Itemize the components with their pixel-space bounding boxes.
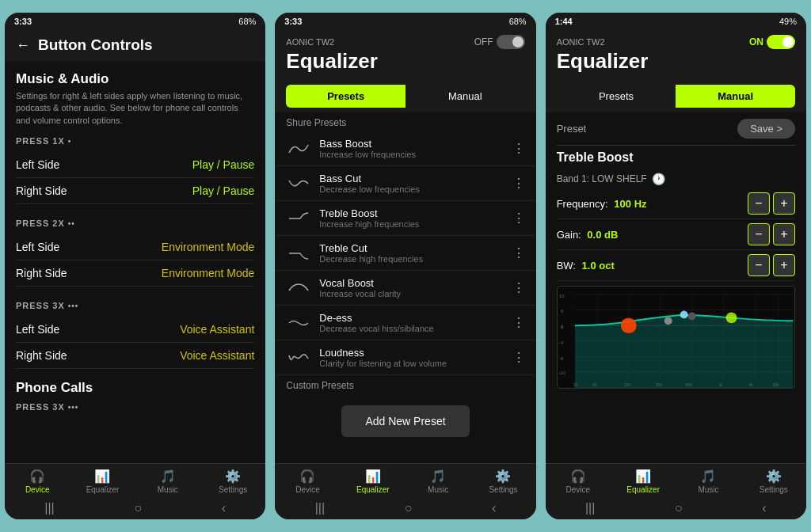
press3x-right-value[interactable]: Voice Assistant xyxy=(180,349,254,362)
nav-settings-1[interactable]: ⚙️ Settings xyxy=(200,469,265,494)
nav-settings-3[interactable]: ⚙️ Settings xyxy=(741,469,806,494)
recent-gesture-2[interactable]: ‹ xyxy=(492,501,496,515)
preset-bass-cut[interactable]: Bass Cut Decrease low frequencies ⋮ xyxy=(275,166,535,201)
nav-settings-2[interactable]: ⚙️ Settings xyxy=(470,469,535,494)
battery-1: 68% xyxy=(238,17,256,26)
svg-point-16 xyxy=(725,312,737,323)
press1x-right-row: Right Side Play / Pause xyxy=(16,178,254,204)
svg-point-17 xyxy=(680,311,687,319)
toggle-on-3[interactable]: ON xyxy=(749,35,795,49)
gain-label: Gain: 0.0 dB xyxy=(557,229,619,241)
home-gesture-2[interactable]: ○ xyxy=(405,501,413,515)
nav-device-3[interactable]: 🎧 Device xyxy=(546,469,611,494)
preset-menu-vocal-boost[interactable]: ⋮ xyxy=(512,280,525,295)
recent-gesture-3[interactable]: ‹ xyxy=(762,501,766,515)
save-button[interactable]: Save > xyxy=(737,119,795,139)
press1x-left-value[interactable]: Play / Pause xyxy=(192,158,255,171)
gain-controls: − + xyxy=(748,223,795,245)
treble-boost-icon xyxy=(286,211,311,226)
status-bar-1: 3:33 68% xyxy=(5,13,265,30)
phone1-header: ← Button Controls xyxy=(5,30,265,62)
tab-manual-2[interactable]: Manual xyxy=(406,85,525,108)
svg-point-15 xyxy=(687,312,695,320)
preset-menu-bass-boost[interactable]: ⋮ xyxy=(512,141,525,156)
frequency-controls: − + xyxy=(748,192,795,215)
home-gesture-3[interactable]: ○ xyxy=(675,501,683,515)
gesture-bar-2: ||| ○ ‹ xyxy=(275,497,535,519)
svg-text:125: 125 xyxy=(623,383,630,387)
preset-menu-de-ess[interactable]: ⋮ xyxy=(512,315,525,330)
nav-device-1[interactable]: 🎧 Device xyxy=(5,469,70,494)
time-3: 1:44 xyxy=(555,17,573,26)
preset-vocal-boost[interactable]: Vocal Boost Increase vocal clarity ⋮ xyxy=(275,271,535,306)
phone2-header: AONIC TW2 OFF Equalizer xyxy=(275,30,535,80)
gain-minus-btn[interactable]: − xyxy=(748,223,770,245)
toggle-off-2[interactable]: OFF xyxy=(474,35,525,49)
vocal-boost-icon xyxy=(286,281,311,295)
bw-minus-btn[interactable]: − xyxy=(748,254,770,276)
preset-menu-treble-cut[interactable]: ⋮ xyxy=(512,245,525,260)
svg-text:4k: 4k xyxy=(748,383,753,387)
music-section-title: Music & Audio xyxy=(16,71,254,87)
press1x-right-value[interactable]: Play / Pause xyxy=(192,184,255,197)
preset-bass-cut-text: Bass Cut Decrease low frequencies xyxy=(319,173,504,194)
preset-vocal-boost-text: Vocal Boost Increase vocal clarity xyxy=(319,277,504,298)
back-gesture-2[interactable]: ||| xyxy=(315,501,325,515)
add-preset-button[interactable]: Add New Preset xyxy=(341,405,469,437)
svg-text:-8: -8 xyxy=(559,356,564,361)
nav-device-2[interactable]: 🎧 Device xyxy=(275,469,340,494)
freq-minus-btn[interactable]: − xyxy=(748,192,770,215)
nav-music-3[interactable]: 🎵 Music xyxy=(676,469,741,494)
phone1-body: Music & Audio Settings for right & left … xyxy=(5,62,265,463)
nav-equalizer-1[interactable]: 📊 Equalizer xyxy=(70,469,135,494)
preset-menu-loudness[interactable]: ⋮ xyxy=(512,350,525,365)
phone1: 3:33 68% ← Button Controls Music & Audio… xyxy=(5,13,265,519)
bw-controls: − + xyxy=(748,254,795,276)
preset-loudness[interactable]: Loudness Clarity for listening at low vo… xyxy=(275,340,535,375)
tab-presets-3[interactable]: Presets xyxy=(557,85,676,108)
back-gesture-3[interactable]: ||| xyxy=(585,501,595,515)
home-gesture-1[interactable]: ○ xyxy=(134,501,142,515)
equalizer-title-3: Equalizer xyxy=(557,49,649,73)
back-gesture-1[interactable]: ||| xyxy=(44,501,54,515)
band-label: Band 1: LOW SHELF xyxy=(557,173,647,184)
nav-music-1[interactable]: 🎵 Music xyxy=(135,469,200,494)
nav-music-2[interactable]: 🎵 Music xyxy=(406,469,470,494)
back-arrow[interactable]: ← xyxy=(16,37,30,54)
preset-bass-boost[interactable]: Bass Boost Increase low frequencies ⋮ xyxy=(275,131,535,166)
preset-menu-treble-boost[interactable]: ⋮ xyxy=(512,211,525,226)
phone3-body: Preset Save > Treble Boost Band 1: LOW S… xyxy=(546,112,806,463)
press2x-left-value[interactable]: Environment Mode xyxy=(162,241,255,253)
music-icon-3: 🎵 xyxy=(700,469,716,484)
bottom-nav-2: 🎧 Device 📊 Equalizer 🎵 Music ⚙️ Settings xyxy=(275,463,535,497)
svg-text:10: 10 xyxy=(559,294,565,298)
press3x-label: PRESS 3X ••• xyxy=(16,301,254,310)
preset-treble-boost[interactable]: Treble Boost Increase high frequencies ⋮ xyxy=(275,201,535,236)
toggle-switch-3[interactable] xyxy=(767,35,795,49)
preset-treble-cut[interactable]: Treble Cut Decrease high frequencies ⋮ xyxy=(275,236,535,271)
toggle-switch-2[interactable] xyxy=(497,35,525,49)
bw-plus-btn[interactable]: + xyxy=(773,254,795,276)
svg-point-13 xyxy=(620,317,636,333)
bass-boost-icon xyxy=(286,142,311,156)
de-ess-icon xyxy=(286,316,311,330)
nav-equalizer-2[interactable]: 📊 Equalizer xyxy=(341,469,406,494)
frequency-row: Frequency: 100 Hz − + xyxy=(557,188,795,219)
recent-gesture-1[interactable]: ‹ xyxy=(222,501,226,515)
preset-de-ess[interactable]: De-ess Decrease vocal hiss/sibilance ⋮ xyxy=(275,306,535,340)
nav-equalizer-3[interactable]: 📊 Equalizer xyxy=(611,469,676,494)
frequency-label: Frequency: 100 Hz xyxy=(557,198,647,210)
equalizer-icon-3: 📊 xyxy=(635,469,651,484)
tab-presets-2[interactable]: Presets xyxy=(286,85,406,108)
preset-menu-bass-cut[interactable]: ⋮ xyxy=(512,176,525,191)
press3x-right-label: Right Side xyxy=(16,349,67,362)
press2x-right-value[interactable]: Environment Mode xyxy=(162,267,255,279)
press3x-left-row: Left Side Voice Assistant xyxy=(16,317,254,343)
svg-text:1k: 1k xyxy=(718,383,723,387)
gain-plus-btn[interactable]: + xyxy=(773,223,795,245)
tab-manual-3[interactable]: Manual xyxy=(676,85,795,108)
freq-plus-btn[interactable]: + xyxy=(773,192,795,215)
press3x-left-value[interactable]: Voice Assistant xyxy=(180,323,254,336)
press2x-right-label: Right Side xyxy=(16,267,67,279)
press2x-right-row: Right Side Environment Mode xyxy=(16,260,254,287)
